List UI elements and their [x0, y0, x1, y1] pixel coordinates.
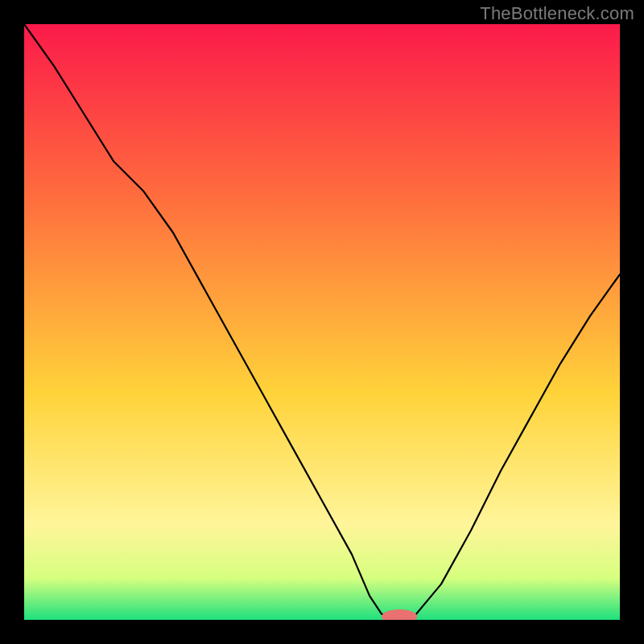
gradient-background: [24, 24, 620, 620]
chart-frame: TheBottleneck.com: [0, 0, 644, 644]
plot-area: [24, 24, 620, 620]
watermark-text: TheBottleneck.com: [480, 3, 634, 24]
bottleneck-chart: [24, 24, 620, 620]
